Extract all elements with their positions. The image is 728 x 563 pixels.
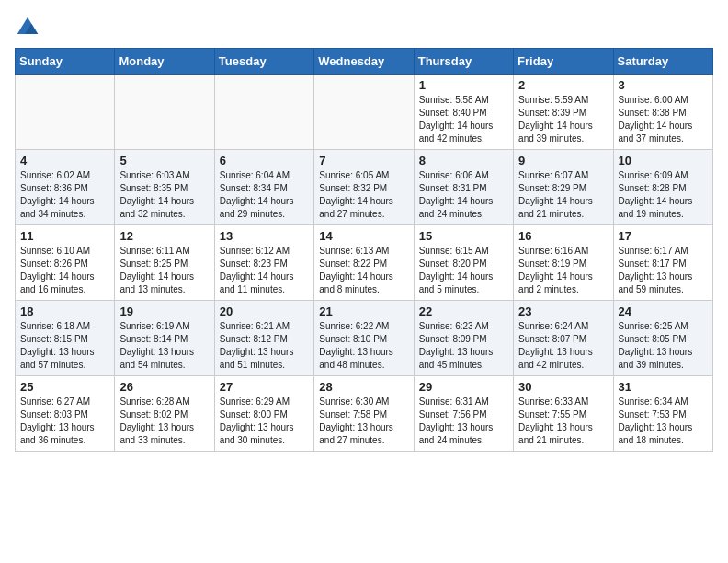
- day-info: Sunrise: 6:27 AM Sunset: 8:03 PM Dayligh…: [20, 396, 109, 447]
- day-info: Sunrise: 6:07 AM Sunset: 8:29 PM Dayligh…: [518, 169, 608, 221]
- day-number: 6: [220, 154, 309, 167]
- day-number: 8: [419, 154, 508, 167]
- day-info: Sunrise: 6:19 AM Sunset: 8:14 PM Dayligh…: [119, 320, 209, 372]
- logo: [15, 15, 44, 40]
- day-number: 25: [20, 380, 109, 394]
- calendar-week-row: 1Sunrise: 5:58 AM Sunset: 8:40 PM Daylig…: [16, 75, 713, 150]
- day-info: Sunrise: 6:05 AM Sunset: 8:32 PM Dayligh…: [319, 169, 408, 221]
- calendar-cell: 2Sunrise: 5:59 AM Sunset: 8:39 PM Daylig…: [514, 75, 613, 150]
- day-info: Sunrise: 6:00 AM Sunset: 8:38 PM Dayligh…: [619, 94, 708, 145]
- day-info: Sunrise: 6:12 AM Sunset: 8:23 PM Dayligh…: [220, 245, 309, 296]
- day-info: Sunrise: 6:30 AM Sunset: 7:58 PM Dayligh…: [319, 396, 408, 447]
- calendar-week-row: 11Sunrise: 6:10 AM Sunset: 8:26 PM Dayli…: [16, 225, 713, 301]
- day-info: Sunrise: 6:16 AM Sunset: 8:19 PM Dayligh…: [518, 245, 608, 296]
- calendar-cell: 29Sunrise: 6:31 AM Sunset: 7:56 PM Dayli…: [414, 376, 513, 452]
- day-info: Sunrise: 6:23 AM Sunset: 8:09 PM Dayligh…: [419, 320, 508, 372]
- calendar-cell: 6Sunrise: 6:04 AM Sunset: 8:34 PM Daylig…: [214, 150, 313, 225]
- column-header-friday: Friday: [514, 49, 613, 75]
- day-info: Sunrise: 5:58 AM Sunset: 8:40 PM Dayligh…: [419, 94, 508, 145]
- column-header-thursday: Thursday: [414, 49, 513, 75]
- calendar-cell: 19Sunrise: 6:19 AM Sunset: 8:14 PM Dayli…: [115, 301, 214, 376]
- day-info: Sunrise: 6:33 AM Sunset: 7:55 PM Dayligh…: [518, 396, 608, 447]
- day-info: Sunrise: 6:06 AM Sunset: 8:31 PM Dayligh…: [419, 169, 508, 221]
- day-number: 18: [20, 304, 109, 318]
- day-info: Sunrise: 6:25 AM Sunset: 8:05 PM Dayligh…: [619, 320, 708, 372]
- calendar-cell: 17Sunrise: 6:17 AM Sunset: 8:17 PM Dayli…: [613, 225, 712, 301]
- day-info: Sunrise: 6:15 AM Sunset: 8:20 PM Dayligh…: [419, 245, 508, 296]
- day-number: 22: [419, 304, 508, 318]
- calendar-cell: 25Sunrise: 6:27 AM Sunset: 8:03 PM Dayli…: [16, 376, 115, 452]
- day-number: 20: [220, 304, 309, 318]
- day-info: Sunrise: 6:31 AM Sunset: 7:56 PM Dayligh…: [419, 396, 508, 447]
- day-number: 24: [619, 304, 708, 318]
- calendar-cell: 20Sunrise: 6:21 AM Sunset: 8:12 PM Dayli…: [214, 301, 313, 376]
- day-number: 31: [619, 380, 708, 394]
- calendar-cell: 11Sunrise: 6:10 AM Sunset: 8:26 PM Dayli…: [16, 225, 115, 301]
- column-header-monday: Monday: [115, 49, 214, 75]
- day-number: 16: [518, 229, 608, 243]
- day-number: 30: [518, 380, 608, 394]
- day-info: Sunrise: 5:59 AM Sunset: 8:39 PM Dayligh…: [518, 94, 608, 145]
- calendar-cell: 28Sunrise: 6:30 AM Sunset: 7:58 PM Dayli…: [314, 376, 414, 452]
- day-number: 19: [119, 304, 209, 318]
- day-info: Sunrise: 6:21 AM Sunset: 8:12 PM Dayligh…: [220, 320, 309, 372]
- day-number: 2: [518, 78, 608, 92]
- day-info: Sunrise: 6:18 AM Sunset: 8:15 PM Dayligh…: [20, 320, 109, 372]
- day-info: Sunrise: 6:28 AM Sunset: 8:02 PM Dayligh…: [119, 396, 209, 447]
- day-number: 15: [419, 229, 508, 243]
- day-number: 13: [220, 229, 309, 243]
- calendar-cell: 1Sunrise: 5:58 AM Sunset: 8:40 PM Daylig…: [414, 75, 513, 150]
- calendar-cell: [16, 75, 115, 150]
- day-number: 5: [119, 154, 209, 167]
- calendar-week-row: 25Sunrise: 6:27 AM Sunset: 8:03 PM Dayli…: [16, 376, 713, 452]
- column-header-saturday: Saturday: [613, 49, 712, 75]
- day-number: 9: [518, 154, 608, 167]
- day-number: 3: [619, 78, 708, 92]
- day-number: 11: [20, 229, 109, 243]
- day-info: Sunrise: 6:03 AM Sunset: 8:35 PM Dayligh…: [119, 169, 209, 221]
- calendar-cell: [115, 75, 214, 150]
- day-info: Sunrise: 6:34 AM Sunset: 7:53 PM Dayligh…: [619, 396, 708, 447]
- day-info: Sunrise: 6:10 AM Sunset: 8:26 PM Dayligh…: [20, 245, 109, 296]
- day-info: Sunrise: 6:17 AM Sunset: 8:17 PM Dayligh…: [619, 245, 708, 296]
- day-number: 21: [319, 304, 408, 318]
- day-info: Sunrise: 6:04 AM Sunset: 8:34 PM Dayligh…: [220, 169, 309, 221]
- day-info: Sunrise: 6:11 AM Sunset: 8:25 PM Dayligh…: [119, 245, 209, 296]
- calendar-cell: 14Sunrise: 6:13 AM Sunset: 8:22 PM Dayli…: [314, 225, 414, 301]
- day-info: Sunrise: 6:02 AM Sunset: 8:36 PM Dayligh…: [20, 169, 109, 221]
- day-info: Sunrise: 6:24 AM Sunset: 8:07 PM Dayligh…: [518, 320, 608, 372]
- day-number: 23: [518, 304, 608, 318]
- column-header-sunday: Sunday: [16, 49, 115, 75]
- page-header: [15, 15, 713, 40]
- calendar-cell: 22Sunrise: 6:23 AM Sunset: 8:09 PM Dayli…: [414, 301, 513, 376]
- calendar-cell: 23Sunrise: 6:24 AM Sunset: 8:07 PM Dayli…: [514, 301, 613, 376]
- calendar-cell: 16Sunrise: 6:16 AM Sunset: 8:19 PM Dayli…: [514, 225, 613, 301]
- day-number: 27: [220, 380, 309, 394]
- day-info: Sunrise: 6:13 AM Sunset: 8:22 PM Dayligh…: [319, 245, 408, 296]
- column-header-wednesday: Wednesday: [314, 49, 414, 75]
- day-info: Sunrise: 6:22 AM Sunset: 8:10 PM Dayligh…: [319, 320, 408, 372]
- calendar-cell: 5Sunrise: 6:03 AM Sunset: 8:35 PM Daylig…: [115, 150, 214, 225]
- calendar-cell: 30Sunrise: 6:33 AM Sunset: 7:55 PM Dayli…: [514, 376, 613, 452]
- column-header-tuesday: Tuesday: [214, 49, 313, 75]
- calendar-cell: 26Sunrise: 6:28 AM Sunset: 8:02 PM Dayli…: [115, 376, 214, 452]
- day-number: 1: [419, 78, 508, 92]
- day-number: 7: [319, 154, 408, 167]
- calendar-cell: [214, 75, 313, 150]
- calendar-table: SundayMondayTuesdayWednesdayThursdayFrid…: [15, 48, 713, 452]
- calendar-cell: 12Sunrise: 6:11 AM Sunset: 8:25 PM Dayli…: [115, 225, 214, 301]
- calendar-cell: 15Sunrise: 6:15 AM Sunset: 8:20 PM Dayli…: [414, 225, 513, 301]
- calendar-cell: 8Sunrise: 6:06 AM Sunset: 8:31 PM Daylig…: [414, 150, 513, 225]
- day-number: 4: [20, 154, 109, 167]
- day-info: Sunrise: 6:09 AM Sunset: 8:28 PM Dayligh…: [619, 169, 708, 221]
- calendar-cell: 10Sunrise: 6:09 AM Sunset: 8:28 PM Dayli…: [613, 150, 712, 225]
- calendar-week-row: 18Sunrise: 6:18 AM Sunset: 8:15 PM Dayli…: [16, 301, 713, 376]
- day-number: 29: [419, 380, 508, 394]
- day-number: 28: [319, 380, 408, 394]
- day-number: 14: [319, 229, 408, 243]
- calendar-cell: 21Sunrise: 6:22 AM Sunset: 8:10 PM Dayli…: [314, 301, 414, 376]
- calendar-cell: 31Sunrise: 6:34 AM Sunset: 7:53 PM Dayli…: [613, 376, 712, 452]
- calendar-cell: 7Sunrise: 6:05 AM Sunset: 8:32 PM Daylig…: [314, 150, 414, 225]
- day-number: 12: [119, 229, 209, 243]
- calendar-cell: 18Sunrise: 6:18 AM Sunset: 8:15 PM Dayli…: [16, 301, 115, 376]
